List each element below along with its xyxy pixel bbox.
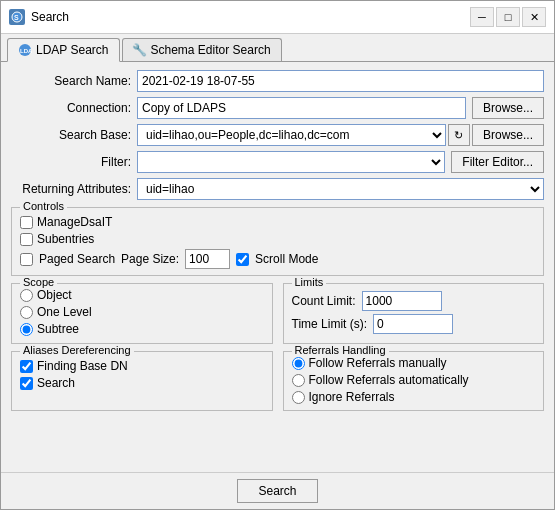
scope-group-title: Scope (20, 276, 57, 288)
scope-onelevel-radio[interactable] (20, 306, 33, 319)
window-title: Search (31, 10, 464, 24)
scope-object-radio[interactable] (20, 289, 33, 302)
connection-input[interactable] (137, 97, 466, 119)
scope-subtree-label: Subtree (37, 322, 79, 336)
limits-group-title: Limits (292, 276, 327, 288)
svg-text:S: S (14, 14, 19, 21)
scope-group: Scope Object One Level Subtree (11, 283, 273, 344)
tab-ldap-label: LDAP Search (36, 43, 109, 57)
manage-dsait-checkbox[interactable] (20, 216, 33, 229)
returning-attr-row: Returning Attributes: uid=lihao (11, 178, 544, 200)
title-bar: S Search ─ □ ✕ (1, 1, 554, 34)
scope-onelevel-label: One Level (37, 305, 92, 319)
subentries-checkbox[interactable] (20, 233, 33, 246)
controls-group: Controls ManageDsaIT Subentries Paged Se… (11, 207, 544, 276)
ignore-referrals-label: Ignore Referrals (309, 390, 395, 404)
scope-object-label: Object (37, 288, 72, 302)
aliases-referrals-section: Aliases Dereferencing Finding Base DN Se… (11, 349, 544, 411)
page-size-input[interactable] (185, 249, 230, 269)
referrals-radio-group: Follow Referrals manually Follow Referra… (292, 356, 536, 404)
search-base-select[interactable]: uid=lihao,ou=People,dc=lihao,dc=com (137, 124, 446, 146)
connection-label: Connection: (11, 101, 131, 115)
manage-dsait-row: ManageDsaIT (20, 215, 535, 229)
controls-group-title: Controls (20, 200, 67, 212)
refresh-icon: ↻ (454, 129, 463, 142)
connection-browse-button[interactable]: Browse... (472, 97, 544, 119)
tab-ldap-search[interactable]: LDAP LDAP Search (7, 38, 120, 62)
search-name-label: Search Name: (11, 74, 131, 88)
finding-base-label: Finding Base DN (37, 359, 128, 373)
window-icon: S (9, 9, 25, 25)
filter-row: Filter: Filter Editor... (11, 151, 544, 173)
tab-schema-editor-search[interactable]: 🔧 Schema Editor Search (122, 38, 282, 61)
connection-row: Connection: Browse... (11, 97, 544, 119)
bottom-bar: Search (1, 472, 554, 509)
main-window: S Search ─ □ ✕ LDAP LDAP Search 🔧 Schema… (0, 0, 555, 510)
search-base-row: Search Base: uid=lihao,ou=People,dc=liha… (11, 124, 544, 146)
referrals-group: Referrals Handling Follow Referrals manu… (283, 351, 545, 411)
manage-dsait-label: ManageDsaIT (37, 215, 112, 229)
time-limit-row: Time Limit (s): (292, 314, 536, 334)
close-button[interactable]: ✕ (522, 7, 546, 27)
scope-subtree-radio[interactable] (20, 323, 33, 336)
aliases-group: Aliases Dereferencing Finding Base DN Se… (11, 351, 273, 411)
search-name-row: Search Name: (11, 70, 544, 92)
aliases-group-title: Aliases Dereferencing (20, 344, 134, 356)
paged-search-row: Paged Search Page Size: Scroll Mode (20, 249, 535, 269)
subentries-row: Subentries (20, 232, 535, 246)
paged-search-label: Paged Search (39, 252, 115, 266)
ldap-icon: LDAP (18, 43, 32, 57)
scope-radio-group: Object One Level Subtree (20, 288, 264, 336)
follow-manually-radio[interactable] (292, 357, 305, 370)
follow-auto-label: Follow Referrals automatically (309, 373, 469, 387)
main-content: Search Name: Connection: Browse... Searc… (1, 62, 554, 472)
filter-editor-button[interactable]: Filter Editor... (451, 151, 544, 173)
search-base-refresh-button[interactable]: ↻ (448, 124, 470, 146)
scope-subtree-row: Subtree (20, 322, 264, 336)
follow-manually-label: Follow Referrals manually (309, 356, 447, 370)
referrals-group-title: Referrals Handling (292, 344, 389, 356)
aliases-search-row: Search (20, 376, 264, 390)
finding-base-checkbox[interactable] (20, 360, 33, 373)
filter-label: Filter: (11, 155, 131, 169)
minimize-button[interactable]: ─ (470, 7, 494, 27)
title-bar-buttons: ─ □ ✕ (470, 7, 546, 27)
search-button[interactable]: Search (237, 479, 317, 503)
follow-auto-radio[interactable] (292, 374, 305, 387)
follow-manually-row: Follow Referrals manually (292, 356, 536, 370)
search-base-browse-button[interactable]: Browse... (472, 124, 544, 146)
aliases-search-checkbox[interactable] (20, 377, 33, 390)
aliases-search-label: Search (37, 376, 75, 390)
two-col-section: Scope Object One Level Subtree (11, 281, 544, 344)
scroll-mode-label: Scroll Mode (255, 252, 318, 266)
scroll-mode-checkbox[interactable] (236, 253, 249, 266)
returning-attr-select[interactable]: uid=lihao (137, 178, 544, 200)
subentries-label: Subentries (37, 232, 94, 246)
tab-schema-label: Schema Editor Search (151, 43, 271, 57)
paged-search-checkbox[interactable] (20, 253, 33, 266)
search-base-controls: uid=lihao,ou=People,dc=lihao,dc=com ↻ Br… (137, 124, 544, 146)
scope-object-row: Object (20, 288, 264, 302)
schema-icon: 🔧 (133, 43, 147, 57)
follow-auto-row: Follow Referrals automatically (292, 373, 536, 387)
page-size-label: Page Size: (121, 252, 179, 266)
tab-bar: LDAP LDAP Search 🔧 Schema Editor Search (1, 34, 554, 62)
svg-text:LDAP: LDAP (20, 48, 32, 54)
time-limit-label: Time Limit (s): (292, 317, 368, 331)
ignore-referrals-radio[interactable] (292, 391, 305, 404)
count-limit-input[interactable] (362, 291, 442, 311)
ignore-referrals-row: Ignore Referrals (292, 390, 536, 404)
returning-attr-label: Returning Attributes: (11, 182, 131, 196)
scope-onelevel-row: One Level (20, 305, 264, 319)
limits-group: Limits Count Limit: Time Limit (s): (283, 283, 545, 344)
finding-base-row: Finding Base DN (20, 359, 264, 373)
count-limit-label: Count Limit: (292, 294, 356, 308)
maximize-button[interactable]: □ (496, 7, 520, 27)
filter-select[interactable] (137, 151, 445, 173)
search-base-label: Search Base: (11, 128, 131, 142)
count-limit-row: Count Limit: (292, 291, 536, 311)
search-name-input[interactable] (137, 70, 544, 92)
time-limit-input[interactable] (373, 314, 453, 334)
